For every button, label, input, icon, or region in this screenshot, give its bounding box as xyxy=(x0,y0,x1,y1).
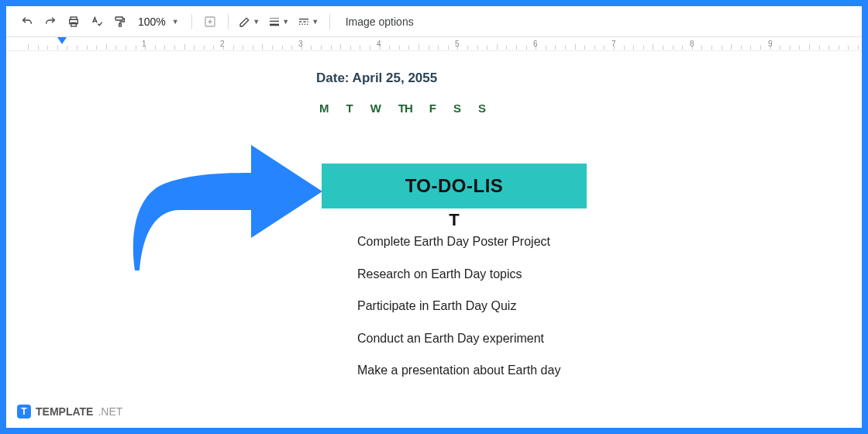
todo-items: Complete Earth Day Poster ProjectResearc… xyxy=(322,230,587,379)
svg-rect-13 xyxy=(299,23,300,24)
svg-rect-3 xyxy=(115,17,122,20)
svg-rect-4 xyxy=(119,23,122,26)
image-options-button[interactable]: Image options xyxy=(338,16,422,28)
todo-item: Conduct an Earth Day experiment xyxy=(357,330,571,347)
spellcheck-icon xyxy=(91,16,103,28)
line-dash-icon xyxy=(298,16,310,28)
paint-roller-icon xyxy=(114,16,126,28)
ruler-number: 3 xyxy=(298,40,303,48)
chevron-down-icon: ▼ xyxy=(172,18,179,26)
zoom-dropdown[interactable]: 100% ▼ xyxy=(133,16,184,28)
svg-rect-9 xyxy=(299,19,308,19)
print-button[interactable] xyxy=(64,12,84,32)
svg-rect-6 xyxy=(270,18,279,19)
todo-header: TO-DO-LIS xyxy=(322,164,587,208)
watermark-icon: T xyxy=(17,405,31,418)
watermark: T TEMPLATE.NET xyxy=(17,405,122,418)
todo-list-container: TO-DO-LIS T Complete Earth Day Poster Pr… xyxy=(322,164,587,394)
todo-item: Research on Earth Day topics xyxy=(357,266,571,283)
redo-button[interactable] xyxy=(40,12,60,32)
todo-item: Participate in Earth Day Quiz xyxy=(357,298,571,315)
todo-item: Complete Earth Day Poster Project xyxy=(357,233,571,250)
border-weight-button[interactable]: ▼ xyxy=(266,12,292,32)
ruler-number: 5 xyxy=(455,40,460,48)
border-color-button[interactable]: ▼ xyxy=(236,12,263,32)
undo-icon xyxy=(21,16,33,28)
ruler-number: 8 xyxy=(690,40,694,48)
toolbar: 100% ▼ ▼ ▼ ▼ Image options xyxy=(6,6,862,37)
watermark-brand: TEMPLATE xyxy=(36,405,93,418)
ruler-number: 1 xyxy=(142,40,146,48)
redo-icon xyxy=(44,16,57,28)
weekday-label: T xyxy=(346,102,353,115)
weekday-row: MTWTHFSS xyxy=(319,102,486,115)
svg-rect-16 xyxy=(307,23,308,24)
ruler-number: 4 xyxy=(377,40,381,48)
ruler-number: 2 xyxy=(220,40,225,48)
spellcheck-button[interactable] xyxy=(87,12,107,32)
svg-rect-14 xyxy=(302,23,303,24)
svg-rect-7 xyxy=(270,20,279,21)
weekday-label: TH xyxy=(398,102,412,115)
separator xyxy=(329,14,330,29)
watermark-suffix: .NET xyxy=(98,405,122,418)
zoom-value: 100% xyxy=(138,16,166,28)
paint-format-button[interactable] xyxy=(110,12,130,32)
todo-item: Make a presentation about Earth day xyxy=(357,362,571,379)
ruler-number: 6 xyxy=(533,40,538,48)
add-comment-button[interactable] xyxy=(200,12,220,32)
chevron-down-icon: ▼ xyxy=(253,18,260,26)
ruler-number: 7 xyxy=(611,40,616,48)
weekday-label: W xyxy=(370,102,381,115)
weekday-label: F xyxy=(429,102,436,115)
line-weight-icon xyxy=(268,16,281,28)
svg-rect-10 xyxy=(299,21,301,22)
svg-rect-11 xyxy=(304,21,306,22)
print-icon xyxy=(67,16,80,28)
weekday-label: S xyxy=(478,102,486,115)
left-margin-indicator[interactable] xyxy=(57,37,67,44)
app-frame: 100% ▼ ▼ ▼ ▼ Image options 123456789 Dat… xyxy=(0,0,868,434)
pen-icon xyxy=(239,16,251,28)
todo-header-overflow: T xyxy=(322,210,587,230)
separator xyxy=(228,14,229,29)
chevron-down-icon: ▼ xyxy=(282,18,289,26)
svg-rect-12 xyxy=(308,21,308,22)
document-page: Date: April 25, 2055 MTWTHFSS TO-DO-LIS … xyxy=(22,59,846,428)
chevron-down-icon: ▼ xyxy=(312,18,319,26)
ruler: 123456789 xyxy=(6,37,862,51)
separator xyxy=(191,14,192,29)
svg-rect-15 xyxy=(305,23,305,24)
date-text: Date: April 25, 2055 xyxy=(316,71,437,86)
undo-button[interactable] xyxy=(17,12,37,32)
plus-box-icon xyxy=(204,16,216,28)
annotation-arrow xyxy=(126,140,327,280)
weekday-label: S xyxy=(453,102,461,115)
border-dash-button[interactable]: ▼ xyxy=(295,12,322,32)
ruler-number: 9 xyxy=(768,40,773,48)
svg-rect-8 xyxy=(270,23,279,26)
weekday-label: M xyxy=(319,102,329,115)
